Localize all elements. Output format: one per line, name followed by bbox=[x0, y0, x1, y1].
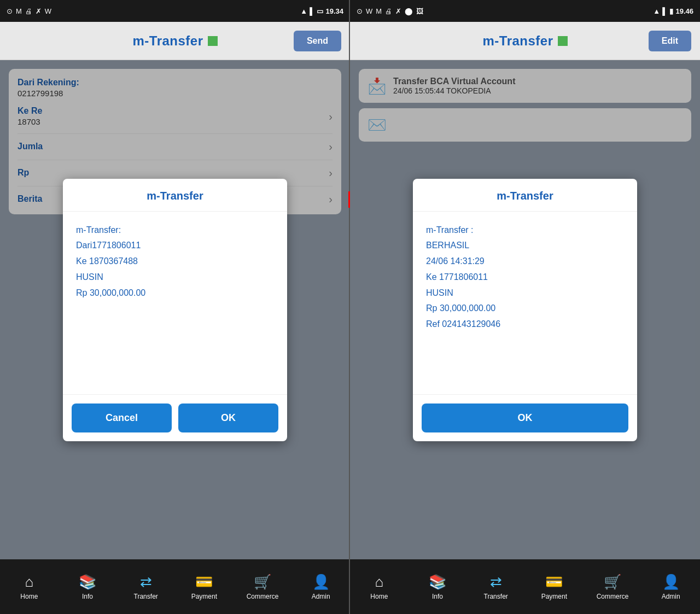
right-main-content: 📩 Transfer BCA Virtual Account 24/06 15:… bbox=[350, 60, 700, 559]
right-commerce-icon: 🛒 bbox=[604, 574, 621, 590]
left-transfer-label: Transfer bbox=[134, 593, 158, 600]
status-icon-gmail: M bbox=[16, 7, 22, 15]
right-admin-label: Admin bbox=[662, 593, 680, 600]
left-send-button[interactable]: Send bbox=[294, 31, 341, 51]
right-nav-transfer[interactable]: ⇄ Transfer bbox=[466, 574, 525, 600]
right-dialog: m-Transfer m-Transfer : BERHASIL 24/06 1… bbox=[413, 179, 637, 441]
left-transfer-icon: ⇄ bbox=[140, 574, 152, 590]
left-dialog-footer: Cancel OK bbox=[63, 394, 287, 441]
left-app-title: m-Transfer bbox=[132, 33, 203, 49]
left-nav-commerce[interactable]: 🛒 Commerce bbox=[234, 574, 292, 600]
right-dialog-text: m-Transfer : BERHASIL 24/06 14:31:29 Ke … bbox=[426, 223, 624, 333]
right-dialog-body: m-Transfer : BERHASIL 24/06 14:31:29 Ke … bbox=[413, 212, 637, 394]
right-status-icon-x: ✗ bbox=[395, 7, 401, 15]
right-admin-icon: 👤 bbox=[662, 574, 680, 590]
left-dialog: m-Transfer m-Transfer: Dari1771806011 Ke… bbox=[63, 179, 287, 441]
left-green-square bbox=[208, 36, 218, 46]
left-payment-icon: 💳 bbox=[195, 574, 213, 590]
right-bottom-nav: ⌂ Home 📚 Info ⇄ Transfer 💳 Payment 🛒 Com… bbox=[350, 559, 700, 614]
right-battery-icon: ▮ bbox=[669, 7, 673, 15]
left-info-label: Info bbox=[82, 593, 93, 600]
right-panel: ⊙ W M 🖨 ✗ ⬤ 🖼 ▲ ▌ ▮ 19.46 m-Transfer Edi… bbox=[350, 0, 700, 614]
left-home-icon: ⌂ bbox=[25, 574, 33, 590]
right-transfer-label: Transfer bbox=[484, 593, 508, 600]
status-icon-x: ✗ bbox=[36, 7, 42, 15]
right-dialog-title: m-Transfer bbox=[413, 179, 637, 212]
right-nav-commerce[interactable]: 🛒 Commerce bbox=[584, 574, 642, 600]
left-commerce-icon: 🛒 bbox=[254, 574, 271, 590]
right-status-icon-whatsapp: W bbox=[366, 7, 372, 15]
left-info-icon: 📚 bbox=[79, 574, 96, 590]
left-dialog-title: m-Transfer bbox=[63, 179, 287, 212]
right-info-label: Info bbox=[432, 593, 443, 600]
left-panel: ⊙ M 🖨 ✗ W ▲ ▌ ▭ 19.34 m-Transfer Send Da… bbox=[0, 0, 350, 614]
right-status-icon-circle: ⬤ bbox=[405, 7, 413, 15]
right-nav-admin[interactable]: 👤 Admin bbox=[641, 574, 700, 600]
left-ok-button[interactable]: OK bbox=[178, 404, 278, 432]
right-nav-info[interactable]: 📚 Info bbox=[409, 574, 467, 600]
left-time: 19.34 bbox=[325, 7, 343, 15]
status-icon-clock: ⊙ bbox=[7, 7, 13, 15]
right-status-bar: ⊙ W M 🖨 ✗ ⬤ 🖼 ▲ ▌ ▮ 19.46 bbox=[350, 0, 700, 22]
right-nav-payment[interactable]: 💳 Payment bbox=[525, 574, 584, 600]
left-wifi-icon: ▲ bbox=[300, 7, 307, 15]
left-nav-admin[interactable]: 👤 Admin bbox=[291, 574, 350, 600]
right-status-icon-gmail: M bbox=[376, 7, 382, 15]
left-home-label: Home bbox=[20, 593, 38, 600]
left-cancel-button[interactable]: Cancel bbox=[72, 404, 172, 432]
status-icon-whatsapp: W bbox=[45, 7, 51, 15]
right-wifi-icon: ▲ bbox=[653, 7, 660, 15]
status-icon-print: 🖨 bbox=[25, 7, 32, 15]
right-dialog-footer: OK bbox=[413, 394, 637, 441]
right-dialog-overlay: m-Transfer m-Transfer : BERHASIL 24/06 1… bbox=[350, 60, 700, 559]
left-status-bar: ⊙ M 🖨 ✗ W ▲ ▌ ▭ 19.34 bbox=[0, 0, 350, 22]
right-home-label: Home bbox=[370, 593, 388, 600]
left-dialog-body: m-Transfer: Dari1771806011 Ke 1870367488… bbox=[63, 212, 287, 394]
left-app-bar: m-Transfer Send bbox=[0, 22, 350, 60]
right-transfer-icon: ⇄ bbox=[490, 574, 502, 590]
red-line-indicator bbox=[348, 191, 350, 208]
right-payment-icon: 💳 bbox=[545, 574, 563, 590]
left-commerce-label: Commerce bbox=[247, 593, 279, 600]
left-signal-icon: ▌ bbox=[310, 7, 314, 15]
right-ok-button[interactable]: OK bbox=[422, 404, 628, 432]
left-nav-home[interactable]: ⌂ Home bbox=[0, 574, 59, 600]
right-green-square bbox=[558, 36, 568, 46]
right-status-icon-image: 🖼 bbox=[416, 7, 423, 15]
right-edit-button[interactable]: Edit bbox=[649, 31, 691, 51]
right-status-icon-clock: ⊙ bbox=[357, 7, 363, 15]
right-home-icon: ⌂ bbox=[375, 574, 383, 590]
left-status-right: ▲ ▌ ▭ 19.34 bbox=[300, 7, 343, 15]
right-app-bar: m-Transfer Edit bbox=[350, 22, 700, 60]
right-status-right: ▲ ▌ ▮ 19.46 bbox=[653, 7, 693, 15]
left-nav-payment[interactable]: 💳 Payment bbox=[175, 574, 234, 600]
right-info-icon: 📚 bbox=[429, 574, 446, 590]
left-nav-info[interactable]: 📚 Info bbox=[59, 574, 117, 600]
right-signal-icon: ▌ bbox=[662, 7, 667, 15]
left-main-content: Dari Rekening: 0212799198 Ke Re 18703 › … bbox=[0, 60, 350, 559]
left-status-icons: ⊙ M 🖨 ✗ W bbox=[7, 7, 51, 15]
panel-divider bbox=[349, 0, 350, 614]
left-dialog-overlay: m-Transfer m-Transfer: Dari1771806011 Ke… bbox=[0, 60, 350, 559]
left-admin-label: Admin bbox=[312, 593, 330, 600]
right-nav-home[interactable]: ⌂ Home bbox=[350, 574, 409, 600]
left-bottom-nav: ⌂ Home 📚 Info ⇄ Transfer 💳 Payment 🛒 Com… bbox=[0, 559, 350, 614]
right-payment-label: Payment bbox=[541, 593, 567, 600]
right-status-icon-print: 🖨 bbox=[385, 7, 392, 15]
left-admin-icon: 👤 bbox=[312, 574, 330, 590]
right-status-icons: ⊙ W M 🖨 ✗ ⬤ 🖼 bbox=[357, 7, 423, 15]
right-app-title: m-Transfer bbox=[482, 33, 553, 49]
left-payment-label: Payment bbox=[191, 593, 217, 600]
left-nav-transfer[interactable]: ⇄ Transfer bbox=[116, 574, 175, 600]
right-commerce-label: Commerce bbox=[597, 593, 629, 600]
left-battery-icon: ▭ bbox=[317, 7, 323, 15]
left-dialog-text: m-Transfer: Dari1771806011 Ke 1870367488… bbox=[76, 223, 274, 301]
right-time: 19.46 bbox=[675, 7, 693, 15]
